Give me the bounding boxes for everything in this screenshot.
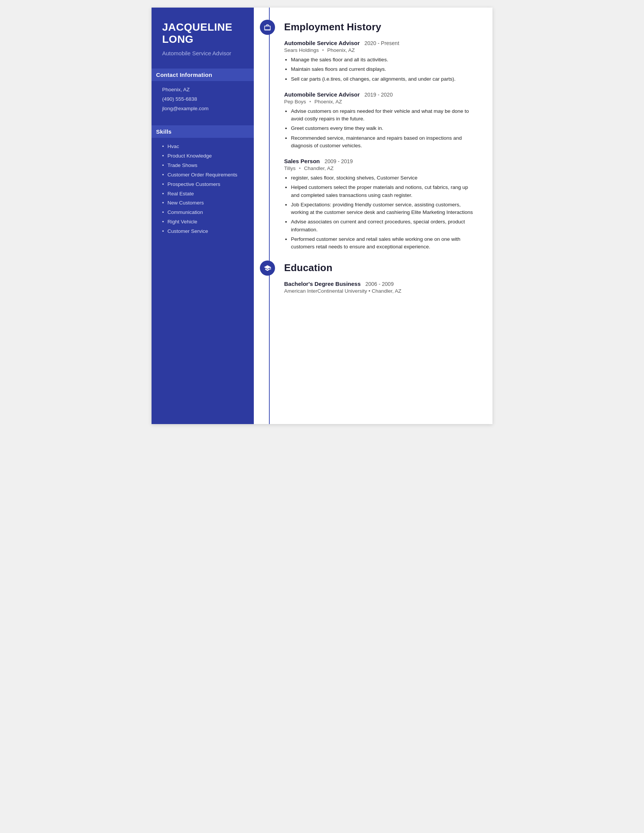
job-bullets-2: Advise customers on repairs needed for t… [284, 108, 477, 150]
job-company-3: Tillys • Chandler, AZ [284, 166, 477, 171]
skills-list: Hvac Product Knowledge Trade Shows Custo… [162, 143, 243, 237]
employment-title: Employment History [284, 21, 381, 33]
briefcase-icon [260, 20, 275, 35]
bullet-item: Manage the sales floor and all its activ… [291, 56, 477, 64]
skills-section-header: Skills [151, 125, 254, 138]
employment-header-row: Employment History [284, 21, 477, 33]
skill-item: Product Knowledge [162, 153, 243, 160]
job-title-2: Automobile Service Advisor [284, 91, 360, 98]
contact-city: Phoenix, AZ [162, 86, 243, 93]
skill-item: Real Estate [162, 190, 243, 198]
job-title-1: Automobile Service Advisor [284, 40, 360, 46]
company-name-2: Pep Boys [284, 99, 306, 105]
contact-info: Phoenix, AZ (490) 555-6838 jlong@example… [162, 86, 243, 115]
bullet-item: Recommended service, maintenance and rep… [291, 134, 477, 150]
bullet-item: Greet customers every time they walk in. [291, 125, 477, 132]
education-section: Education Bachelor's Degree Business 200… [284, 262, 477, 294]
job-dates-2: 2019 - 2020 [364, 92, 393, 98]
edu-degree-row: Bachelor's Degree Business 2006 - 2009 [284, 281, 477, 287]
bullet-item: Advise customers on repairs needed for t… [291, 108, 477, 123]
school-name-1: American InterContinental University [284, 288, 367, 294]
company-name-3: Tillys [284, 166, 295, 171]
company-name-1: Sears Holdings [284, 47, 319, 53]
education-header-row: Education [284, 262, 477, 274]
job-company-2: Pep Boys • Phoenix, AZ [284, 99, 477, 105]
edu-block-1: Bachelor's Degree Business 2006 - 2009 A… [284, 281, 477, 294]
separator: • [369, 288, 370, 294]
timeline-line [269, 8, 270, 424]
skill-item: Prospective Customers [162, 181, 243, 188]
employment-section: Employment History Automobile Service Ad… [284, 21, 477, 251]
contact-section-header: Contact Information [151, 69, 254, 81]
edu-degree-1: Bachelor's Degree Business [284, 281, 361, 287]
job-block-1: Automobile Service Advisor 2020 - Presen… [284, 40, 477, 83]
bullet-item: register, sales floor, stocking shelves,… [291, 174, 477, 182]
sidebar: JACQUELINE LONG Automobile Service Advis… [151, 8, 254, 424]
bullet-item: Helped customers select the proper mater… [291, 183, 477, 199]
job-block-2: Automobile Service Advisor 2019 - 2020 P… [284, 91, 477, 150]
bullet-item: Job Expectations: providing friendly cus… [291, 201, 477, 217]
skill-item: New Customers [162, 199, 243, 207]
job-dates-3: 2009 - 2019 [325, 158, 353, 164]
edu-school-row-1: American InterContinental University • C… [284, 288, 477, 294]
job-title-row-3: Sales Person 2009 - 2019 [284, 158, 477, 165]
job-bullets-3: register, sales floor, stocking shelves,… [284, 174, 477, 251]
company-location-2: Phoenix, AZ [314, 99, 342, 105]
separator: • [299, 166, 301, 171]
bullet-item: Advise associates on current and correct… [291, 218, 477, 234]
education-title: Education [284, 262, 332, 274]
job-dates-1: 2020 - Present [364, 40, 399, 46]
job-company-1: Sears Holdings • Phoenix, AZ [284, 47, 477, 53]
skill-item: Customer Service [162, 228, 243, 235]
contact-phone: (490) 555-6838 [162, 96, 243, 103]
job-title-row-2: Automobile Service Advisor 2019 - 2020 [284, 91, 477, 98]
job-title-row-1: Automobile Service Advisor 2020 - Presen… [284, 40, 477, 47]
candidate-name: JACQUELINE LONG [162, 21, 243, 45]
job-bullets-1: Manage the sales floor and all its activ… [284, 56, 477, 83]
edu-dates-1: 2006 - 2009 [365, 281, 394, 287]
skill-item: Customer Order Requirements [162, 172, 243, 179]
company-location-1: Phoenix, AZ [327, 47, 355, 53]
skill-item: Right Vehicle [162, 219, 243, 226]
skill-item: Communication [162, 209, 243, 216]
resume-container: JACQUELINE LONG Automobile Service Advis… [151, 8, 493, 424]
contact-email: jlong@example.com [162, 105, 243, 113]
separator: • [309, 99, 311, 105]
school-location-1: Chandler, AZ [372, 288, 401, 294]
candidate-title: Automobile Service Advisor [162, 49, 243, 57]
graduation-icon [260, 261, 275, 276]
bullet-item: Sell car parts (i.e.tires, oil changes, … [291, 76, 477, 83]
bullet-item: Performed customer service and retail sa… [291, 235, 477, 251]
company-location-3: Chandler, AZ [304, 166, 334, 171]
job-title-3: Sales Person [284, 158, 320, 164]
job-block-3: Sales Person 2009 - 2019 Tillys • Chandl… [284, 158, 477, 251]
bullet-item: Maintain sales floors and current displa… [291, 66, 477, 73]
separator: • [322, 47, 324, 53]
skill-item: Trade Shows [162, 162, 243, 169]
main-content: Employment History Automobile Service Ad… [254, 8, 493, 424]
skill-item: Hvac [162, 143, 243, 150]
